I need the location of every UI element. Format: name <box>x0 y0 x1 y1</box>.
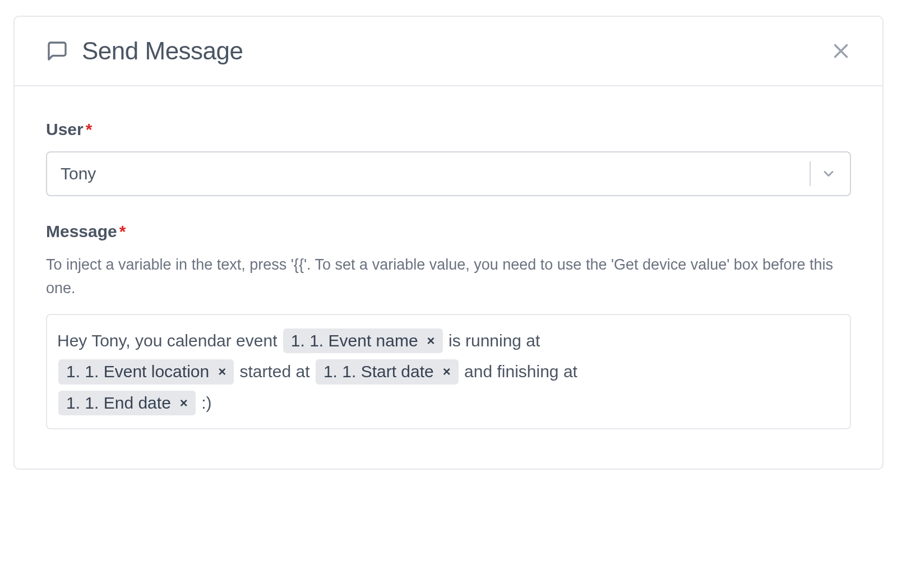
editor-text: is running at <box>444 331 545 350</box>
user-label: User* <box>46 120 851 139</box>
chip-remove-button[interactable]: × <box>217 363 227 381</box>
required-mark: * <box>86 120 93 138</box>
card-body: User* Tony Message* To inject a <box>15 86 882 469</box>
title-group: Send Message <box>46 37 243 65</box>
message-field: Message* To inject a variable in the tex… <box>46 222 851 429</box>
editor-text: :) <box>197 393 212 412</box>
editor-text: started at <box>235 362 315 381</box>
chip-remove-button[interactable]: × <box>442 363 452 381</box>
chip-label: 1. 1. Event name <box>291 330 418 353</box>
card-header: Send Message <box>15 17 882 86</box>
variable-chip-start-date[interactable]: 1. 1. Start date× <box>316 359 459 385</box>
user-select-value: Tony <box>61 164 810 183</box>
variable-chip-event-location[interactable]: 1. 1. Event location× <box>58 359 234 385</box>
message-icon <box>46 40 68 62</box>
editor-text: Hey Tony, you calendar event <box>57 331 282 350</box>
message-label: Message* <box>46 222 851 241</box>
chip-remove-button[interactable]: × <box>426 332 436 350</box>
variable-chip-event-name[interactable]: 1. 1. Event name× <box>283 328 443 354</box>
card-title: Send Message <box>82 37 243 65</box>
required-mark: * <box>119 222 126 240</box>
user-label-text: User <box>46 120 84 138</box>
chip-label: 1. 1. Event location <box>66 360 209 383</box>
chip-label: 1. 1. Start date <box>323 360 434 383</box>
user-field: User* Tony <box>46 120 851 196</box>
editor-text: and finishing at <box>460 362 582 381</box>
variable-chip-end-date[interactable]: 1. 1. End date× <box>58 391 196 416</box>
chevron-down-icon <box>821 166 836 182</box>
chip-remove-button[interactable]: × <box>179 394 189 412</box>
select-divider <box>810 161 811 186</box>
message-label-text: Message <box>46 222 117 240</box>
user-select[interactable]: Tony <box>46 151 851 196</box>
message-editor[interactable]: Hey Tony, you calendar event 1. 1. Event… <box>46 314 851 430</box>
message-help-text: To inject a variable in the text, press … <box>46 253 851 300</box>
close-button[interactable] <box>831 41 851 61</box>
chip-label: 1. 1. End date <box>66 392 171 415</box>
send-message-card: Send Message User* Tony <box>13 16 884 470</box>
